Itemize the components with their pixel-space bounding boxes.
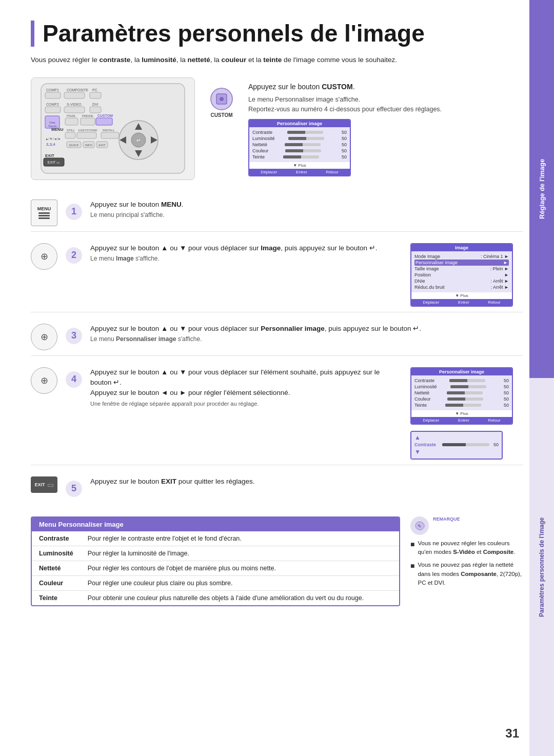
svg-text:EXIT: EXIT xyxy=(98,144,106,147)
svg-text:PSIZE: PSIZE xyxy=(67,114,75,117)
svg-text:PC: PC xyxy=(92,88,97,92)
mini-screen-perso-2-more: ▼ Plus xyxy=(411,410,512,417)
svg-rect-5 xyxy=(64,92,85,98)
page-number: 31 xyxy=(505,726,519,741)
step-3-content: Appuyez sur le bouton ▲ ou ▼ pour vous d… xyxy=(90,324,523,345)
mini-screen-image-body: Mode Image: Cinéma 1 ► Personnaliser ima… xyxy=(411,251,512,292)
menu-table-header: Menu Personnaliser image xyxy=(32,518,399,531)
image-row-taille: Taille image: Plein ► xyxy=(414,266,509,272)
menu-button-icon: MENU xyxy=(31,200,57,226)
step-number-5: 5 xyxy=(66,481,82,497)
image-row-mode: Mode Image: Cinéma 1 ► xyxy=(414,253,509,260)
contrast-row-bar: Contraste 50 xyxy=(414,442,499,447)
svg-text:↵: ↵ xyxy=(136,137,141,143)
contrast-row-down: ▼ xyxy=(414,448,499,455)
svg-rect-27 xyxy=(101,132,119,138)
step-2-text: Appuyez sur le bouton ▲ ou ▼ pour vous d… xyxy=(90,243,402,264)
svg-rect-12 xyxy=(90,107,101,113)
svg-rect-25 xyxy=(65,132,75,138)
mini-screen-custom-more: ▼ Plus xyxy=(249,162,350,169)
note-icon-row: ✎ REMARQUE xyxy=(410,516,523,535)
perso2-row-contraste: Contraste 50 xyxy=(414,377,509,384)
table-cell-desc: Pour régler les contours de l'objet de m… xyxy=(81,561,399,575)
mini-screen-image: Image Mode Image: Cinéma 1 ► Personnalis… xyxy=(410,243,513,307)
custom-icon xyxy=(210,88,233,110)
svg-rect-26 xyxy=(77,132,96,138)
right-sidebar: Réglage de l'image Paramètres personnels… xyxy=(529,0,554,756)
svg-text:PMODE: PMODE xyxy=(82,114,93,117)
note-text-2: Vous ne pouvez pas régler la netteté dan… xyxy=(418,561,523,587)
step-5-row: EXIT ▭ 5 Appuyez sur le bouton EXIT pour… xyxy=(31,471,523,502)
svg-text:COMP2: COMP2 xyxy=(46,103,59,106)
svg-text:COMPOSITE: COMPOSITE xyxy=(67,88,88,92)
svg-text:2,3,4: 2,3,4 xyxy=(46,142,55,147)
remote-area: COMP1 COMPOSITE PC COMP2 S-VIDEO DVI One xyxy=(31,77,195,180)
image-row-perso: Personnaliser image► xyxy=(414,260,509,266)
remarque-label: REMARQUE xyxy=(433,516,460,522)
remarque-icon: ✎ xyxy=(410,516,429,535)
mini-screen-perso-2-header: Personnaliser image xyxy=(411,368,512,375)
step-1-text: Appuyez sur le bouton MENU. Le menu prin… xyxy=(90,200,523,221)
table-cell-label: Contraste xyxy=(32,531,81,546)
steps-container: MENU 1 Appuyez sur le bouton MENU. Le me… xyxy=(31,194,523,502)
menu-table: Contraste Pour régler le contraste entre… xyxy=(32,531,399,605)
mini-screen-row-luminosite: Luminosité 50 xyxy=(252,135,347,142)
svg-text:✎: ✎ xyxy=(418,524,422,529)
remote-image: COMP1 COMPOSITE PC COMP2 S-VIDEO DVI One xyxy=(31,77,195,180)
mini-screen-custom-header: Personnaliser image xyxy=(249,120,350,127)
perso2-row-teinte: Teinte 50 xyxy=(414,402,509,408)
mini-screen-perso-2-nav: DéplacerEntrerRetour xyxy=(411,417,512,424)
table-row: Luminosité Pour régler la luminosité de … xyxy=(32,546,399,561)
svg-text:INFO: INFO xyxy=(85,144,93,147)
mini-screen-custom-nav: DéplacerEntrerRetour xyxy=(249,169,350,175)
contrast-row-up: ▲ xyxy=(414,434,499,441)
svg-rect-11 xyxy=(64,107,85,113)
table-row: Contraste Pour régler le contraste entre… xyxy=(32,531,399,546)
step-number-3: 3 xyxy=(66,328,82,344)
note-list: ■ Vous ne pouvez régler les couleurs qu'… xyxy=(410,539,523,587)
perso2-row-nettete: Netteté 50 xyxy=(414,390,509,396)
page-title: Paramètres personnels de l'image xyxy=(31,21,523,47)
table-cell-label: Luminosité xyxy=(32,546,81,561)
custom-step-instruction: Appuyez sur le bouton CUSTOM. Le menu Pe… xyxy=(248,77,523,177)
svg-rect-4 xyxy=(45,92,61,98)
svg-text:S-VIDEO: S-VIDEO xyxy=(67,103,82,106)
svg-rect-21 xyxy=(96,118,112,125)
table-cell-desc: Pour régler la luminosité de l'image. xyxy=(81,546,399,561)
mini-screen-image-nav: DéplacerEntrerRetour xyxy=(411,299,512,306)
menu-table-container: Menu Personnaliser image Contraste Pour … xyxy=(31,516,400,606)
custom-step-desc: Le menu Personnaliser image s'affiche. R… xyxy=(248,95,523,114)
svg-rect-19 xyxy=(65,118,78,125)
step-4-text: Appuyez sur le bouton ▲ ou ▼ pour vous d… xyxy=(90,367,402,409)
svg-text:MENU: MENU xyxy=(51,127,64,132)
table-cell-desc: Pour régler le contraste entre l'objet e… xyxy=(81,531,399,546)
dpad-button-icon-4: ⊕ xyxy=(31,367,57,394)
svg-text:▲/▼/◄/►: ▲/▼/◄/► xyxy=(45,137,61,141)
svg-text:CUSTOM: CUSTOM xyxy=(97,114,113,117)
svg-rect-20 xyxy=(81,118,95,125)
step-2-row: ⊕ 2 Appuyez sur le bouton ▲ ou ▼ pour vo… xyxy=(31,238,523,312)
mini-screen-custom-body: Contraste 50 Luminosité 50 Netteté 50 xyxy=(249,127,350,162)
image-row-dnie: DNIe: Arrêt ► xyxy=(414,278,509,284)
mini-screen-row-couleur: Couleur 50 xyxy=(252,148,347,154)
menu-lines-icon xyxy=(38,212,50,219)
step-4-right: Personnaliser image Contraste 50 Luminos… xyxy=(410,367,523,460)
mini-screen-row-teinte: Teinte 50 xyxy=(252,154,347,160)
mini-screen-perso-2-body: Contraste 50 Luminosité 50 Netteté xyxy=(411,375,512,410)
mini-screen-image-more: ▼ Plus xyxy=(411,292,512,299)
step-2-right: Image Mode Image: Cinéma 1 ► Personnalis… xyxy=(410,243,523,307)
note-item-2: ■ Vous ne pouvez pas régler la netteté d… xyxy=(410,561,523,587)
mini-screen-custom: Personnaliser image Contraste 50 Luminos… xyxy=(248,119,351,176)
bottom-section: Menu Personnaliser image Contraste Pour … xyxy=(31,516,523,619)
svg-text:DVI: DVI xyxy=(92,103,98,106)
svg-text:EXIT: EXIT xyxy=(45,153,54,158)
table-row: Teinte Pour obtenir une couleur plus nat… xyxy=(32,590,399,605)
svg-text:One: One xyxy=(49,121,55,124)
note-box: ✎ REMARQUE ■ Vous ne pouvez régler les c… xyxy=(410,516,523,587)
sidebar-bottom-label: Paramètres personnels de l'image xyxy=(529,378,554,756)
step-number-2: 2 xyxy=(66,247,82,264)
table-cell-desc: Pour obtenir une couleur plus naturelle … xyxy=(81,590,399,605)
contrast-adjustment-preview: ▲ Contraste 50 ▼ xyxy=(410,431,503,460)
table-cell-label: Netteté xyxy=(32,561,81,575)
svg-text:QUICK: QUICK xyxy=(69,144,78,147)
